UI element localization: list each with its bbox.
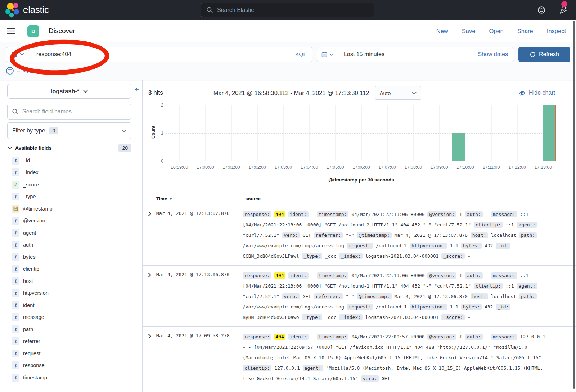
global-search-input[interactable]: Search Elastic: [201, 3, 374, 17]
string-field-icon: t: [12, 350, 19, 357]
histogram-chart: Count 012 16:59:0017:00:0017:01:0017:02:…: [150, 103, 556, 189]
show-dates-button[interactable]: Show dates: [478, 51, 508, 58]
x-tick-label: 17:01:00: [222, 165, 240, 170]
histogram-bar-17:13:00[interactable]: [543, 105, 556, 161]
field-item-_id[interactable]: t_id: [7, 154, 131, 167]
hide-chart-button[interactable]: Hide chart: [519, 90, 555, 96]
x-tick-label: 17:10:00: [456, 165, 474, 170]
chart-time-range: Mar 4, 2021 @ 16:58:30.112 - Mar 4, 2021…: [213, 90, 369, 96]
field-name: referrer: [23, 338, 40, 344]
field-key-badge: timestamp:: [317, 211, 348, 217]
query-text[interactable]: response:404: [36, 51, 295, 58]
field-key-badge: _id:: [496, 304, 510, 310]
field-item-agent[interactable]: tagent: [7, 227, 131, 239]
nav-action-share[interactable]: Share: [517, 28, 533, 35]
string-field-icon: t: [12, 168, 19, 176]
field-item-ident[interactable]: tident: [7, 299, 131, 311]
field-item-response[interactable]: tresponse: [7, 360, 131, 372]
expand-row-button[interactable]: [143, 209, 156, 261]
x-tick-label: 17:12:00: [508, 165, 526, 170]
string-field-icon: t: [12, 313, 19, 321]
sort-desc-icon: [169, 198, 172, 200]
table-row: Mar 4, 2021 @ 17:13:07.876response: 404 …: [143, 204, 576, 266]
field-name: _score: [23, 182, 39, 188]
chart-plot-area: [166, 105, 556, 161]
string-field-icon: t: [12, 193, 19, 200]
nav-action-save[interactable]: Save: [462, 28, 476, 35]
field-item-timestamp[interactable]: ttimestamp: [7, 371, 131, 384]
x-tick-label: 17:03:00: [275, 165, 292, 170]
horizontal-gridline: [166, 105, 556, 105]
chevron-down-icon: [20, 53, 24, 56]
string-field-icon: t: [12, 253, 19, 261]
filter-row: – + Add filter: [6, 67, 570, 75]
available-fields-accordion[interactable]: Available fields 20: [7, 144, 131, 152]
field-item-path[interactable]: tpath: [7, 323, 131, 335]
hits-number: 3: [148, 89, 152, 96]
field-item-_score[interactable]: #_score: [7, 179, 131, 191]
nav-action-open[interactable]: Open: [489, 28, 503, 35]
field-item-@version[interactable]: t@version: [7, 215, 131, 227]
elastic-logo[interactable]: elastic: [5, 2, 49, 18]
field-item-referrer[interactable]: treferrer: [7, 335, 131, 348]
chevron-down-icon: [412, 91, 417, 95]
field-key-badge: _index:: [339, 314, 363, 320]
field-item-@timestamp[interactable]: @timestamp: [7, 203, 131, 215]
date-picker: Last 15 minutes Show dates: [317, 47, 514, 62]
field-key-badge: host:: [471, 232, 488, 238]
field-item-bytes[interactable]: tbytes: [7, 251, 131, 263]
field-item-httpversion[interactable]: thttpversion: [7, 287, 131, 299]
field-item-_index[interactable]: t_index: [7, 167, 131, 179]
add-filter-button[interactable]: + Add filter: [23, 68, 48, 74]
histogram-bar-17:09:30[interactable]: [452, 133, 465, 161]
quick-select-time-button[interactable]: [317, 47, 338, 62]
chevron-down-icon: [121, 129, 126, 132]
string-field-icon: t: [12, 277, 19, 285]
field-item-_type[interactable]: t_type: [7, 191, 131, 203]
interval-select[interactable]: Auto: [375, 86, 421, 100]
field-name: timestamp: [23, 375, 47, 380]
scrollbar-thumb[interactable]: [573, 21, 575, 389]
expand-row-button[interactable]: [143, 270, 156, 323]
field-item-request[interactable]: trequest: [7, 347, 131, 360]
date-field-icon: [12, 205, 19, 213]
notification-badge: [561, 1, 567, 7]
field-key-badge: httpversion:: [410, 243, 447, 249]
calendar-icon: [321, 51, 327, 57]
expand-row-button[interactable]: [143, 332, 156, 384]
nav-action-new[interactable]: New: [436, 28, 448, 35]
highlighted-value: 404: [274, 334, 285, 340]
hide-chart-label: Hide chart: [529, 90, 555, 96]
menu-icon[interactable]: [6, 27, 16, 35]
nav-action-inspect[interactable]: Inspect: [547, 28, 566, 35]
search-icon: [206, 6, 213, 13]
field-name: @timestamp: [23, 206, 53, 212]
time-range-value[interactable]: Last 15 minutes: [344, 51, 478, 58]
row-timestamp: Mar 4, 2021 @ 17:13:06.870: [156, 270, 243, 323]
help-icon[interactable]: [537, 6, 546, 14]
refresh-button[interactable]: Refresh: [518, 47, 570, 62]
field-key-badge: verb:: [361, 375, 379, 382]
filter-by-type-select[interactable]: Filter by type 0: [7, 122, 131, 139]
current-time-marker: [555, 105, 556, 161]
x-tick-label: 17:11:00: [483, 165, 500, 170]
field-search-input[interactable]: Search field names: [7, 104, 131, 120]
index-pattern-select[interactable]: logstash-*: [7, 84, 131, 99]
field-name: request: [23, 351, 40, 356]
query-input[interactable]: response:404 KQL: [6, 47, 312, 62]
field-item-clientip[interactable]: tclientip: [7, 263, 131, 275]
field-item-auth[interactable]: tauth: [7, 239, 131, 251]
field-name: response: [23, 362, 45, 368]
y-tick-label: 2: [161, 103, 163, 108]
field-item-message[interactable]: tmessage: [7, 311, 131, 324]
time-column-label: Time: [156, 196, 167, 202]
row-timestamp: Mar 4, 2021 @ 17:13:07.876: [156, 209, 243, 261]
collapse-sidebar-button[interactable]: [133, 87, 140, 94]
page-title: Discover: [49, 27, 75, 35]
field-key-badge: bytes:: [461, 243, 482, 249]
field-item-host[interactable]: thost: [7, 275, 131, 287]
filter-icon[interactable]: [6, 67, 14, 75]
saved-query-menu-button[interactable]: [6, 47, 29, 62]
time-column-header[interactable]: Time: [156, 196, 243, 202]
kql-language-button[interactable]: KQL: [295, 51, 306, 58]
